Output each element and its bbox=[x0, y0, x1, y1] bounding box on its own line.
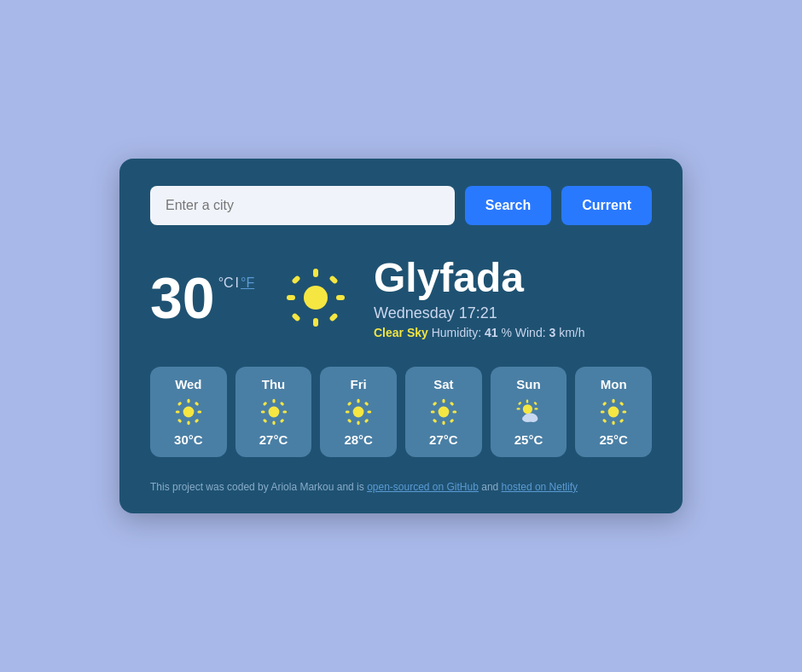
footer-text-prefix: This project was coded by Ariola Markou … bbox=[150, 481, 367, 493]
footer: This project was coded by Ariola Markou … bbox=[150, 481, 652, 493]
svg-rect-22 bbox=[282, 410, 287, 413]
svg-rect-58 bbox=[601, 410, 605, 413]
fahrenheit-unit[interactable]: °F bbox=[241, 275, 254, 291]
svg-point-45 bbox=[522, 404, 532, 414]
svg-rect-63 bbox=[619, 418, 625, 423]
svg-rect-19 bbox=[272, 399, 275, 403]
svg-rect-49 bbox=[534, 408, 538, 409]
forecast-day: Sun bbox=[516, 377, 540, 391]
sun-icon bbox=[260, 398, 288, 426]
humidity-unit: % bbox=[501, 326, 511, 339]
svg-rect-7 bbox=[291, 312, 300, 322]
svg-point-0 bbox=[304, 286, 328, 310]
sun-icon bbox=[175, 398, 202, 426]
search-row: Search Current bbox=[150, 186, 652, 225]
svg-rect-16 bbox=[177, 418, 183, 423]
forecast-card: Thu 27°C bbox=[235, 367, 312, 457]
svg-rect-13 bbox=[197, 410, 201, 413]
sun-icon bbox=[600, 398, 627, 426]
sun-icon bbox=[430, 398, 457, 426]
forecast-temp: 27°C bbox=[429, 432, 458, 447]
forecast-temp: 27°C bbox=[259, 432, 288, 447]
city-datetime: Wednesday 17:21 bbox=[374, 304, 585, 322]
svg-rect-61 bbox=[619, 401, 625, 406]
forecast-temp: 25°C bbox=[599, 432, 628, 447]
svg-rect-10 bbox=[187, 399, 189, 403]
forecast-day: Fri bbox=[351, 377, 367, 391]
svg-rect-46 bbox=[526, 399, 527, 403]
search-button[interactable]: Search bbox=[465, 186, 551, 225]
forecast-temp: 30°C bbox=[174, 432, 203, 447]
svg-rect-40 bbox=[452, 410, 456, 413]
wind-unit: km/h bbox=[559, 326, 584, 339]
forecast-card: Mon 25°C bbox=[575, 367, 652, 457]
svg-rect-21 bbox=[260, 410, 264, 413]
forecast-card: Sun 25°C bbox=[491, 367, 567, 457]
svg-rect-26 bbox=[279, 418, 284, 423]
unit-separator: I bbox=[235, 275, 239, 291]
forecast-temp: 25°C bbox=[514, 432, 543, 447]
svg-rect-14 bbox=[177, 401, 183, 406]
svg-rect-30 bbox=[346, 410, 350, 413]
svg-rect-5 bbox=[291, 275, 300, 284]
svg-rect-34 bbox=[347, 418, 352, 423]
weather-main: 30 °C I °F bbox=[150, 256, 652, 339]
svg-rect-24 bbox=[279, 401, 284, 406]
svg-rect-15 bbox=[195, 401, 200, 406]
svg-rect-62 bbox=[602, 418, 607, 423]
svg-rect-20 bbox=[272, 420, 275, 425]
netlify-link[interactable]: hosted on Netlify bbox=[502, 481, 578, 493]
svg-rect-33 bbox=[364, 401, 369, 406]
svg-rect-8 bbox=[328, 312, 338, 322]
humidity-label: Humidity: bbox=[432, 326, 481, 339]
svg-rect-60 bbox=[602, 401, 607, 406]
sun-icon bbox=[285, 267, 346, 328]
svg-rect-57 bbox=[613, 420, 615, 425]
svg-rect-25 bbox=[262, 418, 267, 423]
sun-cloud-icon bbox=[515, 398, 543, 426]
current-button[interactable]: Current bbox=[561, 186, 652, 225]
weather-card: Search Current 30 °C I °F bbox=[119, 159, 683, 513]
svg-rect-51 bbox=[533, 402, 538, 406]
svg-rect-4 bbox=[336, 295, 345, 300]
github-link[interactable]: open-sourced on GitHub bbox=[367, 481, 479, 493]
svg-point-55 bbox=[608, 406, 619, 417]
forecast-temp: 28°C bbox=[344, 432, 373, 447]
svg-rect-37 bbox=[442, 399, 445, 403]
svg-point-9 bbox=[183, 406, 194, 417]
svg-rect-44 bbox=[450, 418, 455, 423]
forecast-day: Mon bbox=[601, 377, 627, 391]
svg-point-27 bbox=[353, 406, 364, 417]
svg-rect-50 bbox=[517, 402, 521, 406]
humidity-value: 41 bbox=[485, 326, 498, 339]
svg-rect-43 bbox=[433, 418, 438, 423]
forecast-day: Thu bbox=[262, 377, 286, 391]
city-block: Glyfada Wednesday 17:21 Clear Sky Humidi… bbox=[374, 256, 585, 339]
svg-rect-41 bbox=[433, 401, 438, 406]
svg-rect-59 bbox=[623, 410, 627, 413]
svg-rect-31 bbox=[368, 410, 372, 413]
svg-rect-28 bbox=[357, 399, 360, 403]
temperature-value: 30 bbox=[150, 269, 215, 327]
forecast-day: Wed bbox=[175, 377, 201, 391]
svg-rect-12 bbox=[176, 410, 180, 413]
city-name: Glyfada bbox=[374, 256, 585, 301]
search-input[interactable] bbox=[150, 186, 455, 225]
svg-rect-11 bbox=[187, 420, 189, 425]
wind-label: Wind: bbox=[515, 326, 549, 339]
forecast-card: Sat 27°C bbox=[405, 367, 482, 457]
svg-rect-48 bbox=[516, 408, 520, 409]
svg-rect-3 bbox=[287, 295, 295, 300]
footer-text-mid: and bbox=[481, 481, 501, 493]
svg-point-36 bbox=[438, 406, 449, 417]
weather-condition: Clear Sky bbox=[374, 326, 428, 339]
svg-point-18 bbox=[268, 406, 279, 417]
svg-rect-42 bbox=[450, 401, 455, 406]
forecast-card: Wed 30°C bbox=[150, 367, 227, 457]
svg-rect-38 bbox=[442, 420, 445, 425]
svg-rect-17 bbox=[195, 418, 200, 423]
wind-value: 3 bbox=[549, 326, 555, 339]
svg-rect-23 bbox=[262, 401, 267, 406]
svg-point-54 bbox=[528, 415, 538, 422]
svg-rect-29 bbox=[357, 420, 360, 425]
